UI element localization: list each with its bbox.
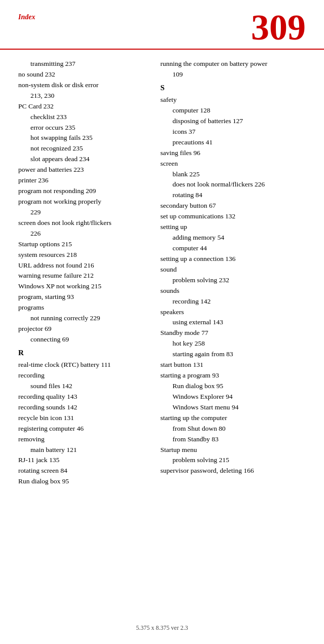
- index-entry-sub: transmitting 237: [18, 59, 148, 69]
- index-entry-main: secondary button 67: [160, 201, 306, 211]
- index-entry-sub: recording 142: [160, 296, 306, 307]
- index-entry-main: Startup menu: [160, 445, 306, 456]
- index-entry-main: Startup options 215: [18, 239, 148, 250]
- index-entry-sub: disposing of batteries 127: [160, 116, 306, 127]
- index-entry-sub: 109: [160, 69, 306, 80]
- page-container: Index 309 transmitting 237no sound 232no…: [0, 0, 324, 644]
- index-entry-sub: icons 37: [160, 127, 306, 137]
- page-header: Index 309: [0, 0, 324, 50]
- index-entry-sub: sound files 142: [18, 381, 148, 392]
- index-entry-sub: problem solving 232: [160, 275, 306, 286]
- page-footer: 5.375 x 8.375 ver 2.3: [0, 624, 324, 632]
- index-entry-sub: starting again from 83: [160, 349, 306, 360]
- index-entry-sub: hot key 258: [160, 338, 306, 349]
- index-entry-sub: Run dialog box 95: [160, 381, 306, 392]
- index-entry-main: rotating screen 84: [18, 466, 148, 476]
- index-entry-main: Run dialog box 95: [18, 476, 148, 487]
- footer-text: 5.375 x 8.375 ver 2.3: [136, 624, 188, 631]
- index-entry-sub: not running correctly 229: [18, 313, 148, 324]
- index-entry-main: Standby mode 77: [160, 328, 306, 338]
- index-entry-sub: not recognized 235: [18, 143, 148, 154]
- index-entry-sub: 229: [18, 207, 148, 218]
- index-entry-main: sounds: [160, 286, 306, 296]
- index-entry-sub: problem solving 215: [160, 455, 306, 466]
- index-entry-main: recording: [18, 370, 148, 381]
- index-entry-sub: from Shut down 80: [160, 424, 306, 434]
- index-entry-main: system resources 218: [18, 250, 148, 260]
- index-entry-sub: 226: [18, 229, 148, 239]
- index-entry-main: program, starting 93: [18, 292, 148, 302]
- index-entry-main: safety: [160, 95, 306, 105]
- index-entry-main: non-system disk or disk error: [18, 80, 148, 91]
- index-entry-sub: error occurs 235: [18, 123, 148, 133]
- index-entry-main: printer 236: [18, 175, 148, 186]
- index-entry-main: sound: [160, 264, 306, 275]
- right-column: running the computer on battery power109…: [156, 59, 306, 487]
- index-entry-main: starting up the computer: [160, 413, 306, 424]
- index-entry-main: registering computer 46: [18, 424, 148, 434]
- index-entry-main: URL address not found 216: [18, 260, 148, 271]
- index-entry-main: removing: [18, 434, 148, 445]
- index-entry-main: saving files 96: [160, 148, 306, 159]
- section-letter: R: [18, 347, 148, 359]
- index-entry-sub: Windows Start menu 94: [160, 402, 306, 413]
- index-entry-main: supervisor password, deleting 166: [160, 466, 306, 476]
- index-entry-main: setting up: [160, 222, 306, 233]
- index-entry-sub: Windows Explorer 94: [160, 392, 306, 402]
- index-entry-main: starting a program 93: [160, 370, 306, 381]
- index-entry-sub: 213, 230: [18, 91, 148, 101]
- index-entry-sub: from Standby 83: [160, 434, 306, 445]
- left-column: transmitting 237no sound 232non-system d…: [18, 59, 156, 487]
- index-entry-sub: connecting 69: [18, 334, 148, 345]
- page-number: 309: [251, 9, 306, 46]
- index-entry-main: set up communications 132: [160, 211, 306, 222]
- index-columns: transmitting 237no sound 232non-system d…: [0, 59, 324, 487]
- index-entry-main: recording quality 143: [18, 392, 148, 402]
- index-entry-main: programs: [18, 302, 148, 313]
- index-entry-main: recording sounds 142: [18, 402, 148, 413]
- index-entry-sub: slot appears dead 234: [18, 154, 148, 165]
- index-entry-sub: computer 128: [160, 105, 306, 116]
- index-entry-sub: blank 225: [160, 169, 306, 180]
- index-entry-main: speakers: [160, 307, 306, 318]
- index-entry-sub: hot swapping fails 235: [18, 133, 148, 143]
- index-entry-main: RJ-11 jack 135: [18, 455, 148, 466]
- index-entry-sub: adding memory 54: [160, 233, 306, 243]
- index-entry-sub: rotating 84: [160, 190, 306, 201]
- header-label: Index: [18, 9, 35, 21]
- index-entry-main: recycle bin icon 131: [18, 413, 148, 424]
- section-letter: S: [160, 82, 306, 94]
- index-entry-main: start button 131: [160, 360, 306, 370]
- index-entry-main: projector 69: [18, 324, 148, 334]
- index-entry-main: screen does not look right/flickers: [18, 218, 148, 229]
- index-entry-main: setting up a connection 136: [160, 254, 306, 264]
- index-entry-main: real-time clock (RTC) battery 111: [18, 360, 148, 370]
- index-entry-main: power and batteries 223: [18, 165, 148, 175]
- index-entry-sub: does not look normal/flickers 226: [160, 179, 306, 190]
- index-entry-main: program not responding 209: [18, 186, 148, 197]
- index-entry-sub: checklist 233: [18, 112, 148, 123]
- index-entry-main: screen: [160, 159, 306, 169]
- index-entry-main: no sound 232: [18, 69, 148, 80]
- index-entry-sub: using external 143: [160, 317, 306, 328]
- index-entry-main: Windows XP not working 215: [18, 281, 148, 292]
- index-entry-main: program not working properly: [18, 197, 148, 207]
- index-entry-main: warning resume failure 212: [18, 271, 148, 281]
- index-entry-sub: main battery 121: [18, 445, 148, 456]
- index-entry-sub: computer 44: [160, 243, 306, 254]
- index-entry-main: running the computer on battery power: [160, 59, 306, 69]
- index-entry-main: PC Card 232: [18, 101, 148, 112]
- index-entry-sub: precautions 41: [160, 137, 306, 148]
